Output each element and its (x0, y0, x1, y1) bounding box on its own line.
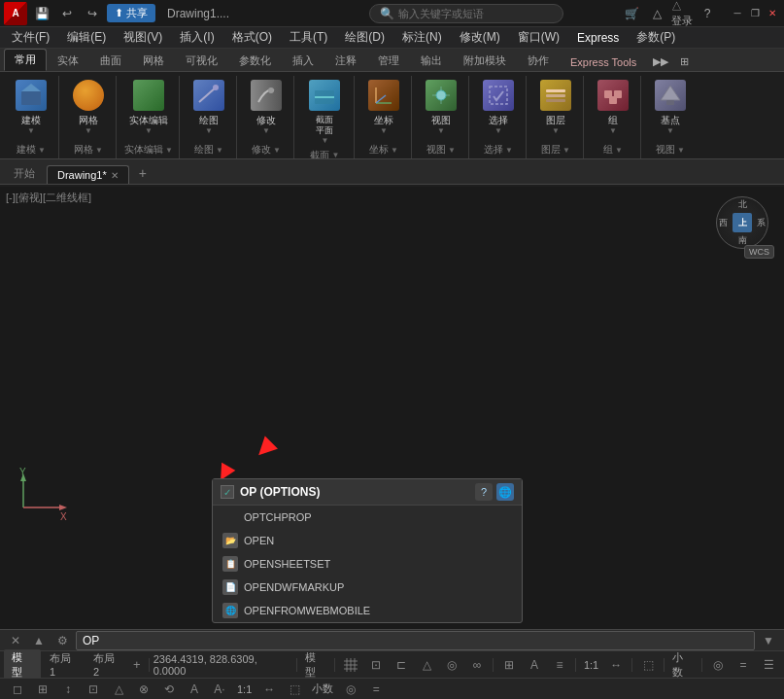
autocomplete-item-opensheetset[interactable]: 📋 OPENSHEETSET (213, 552, 522, 576)
menu-file[interactable]: 文件(F) (4, 27, 57, 48)
snap-button[interactable]: ⊡ (364, 654, 388, 676)
statusbar-icon1[interactable]: ◻ (6, 679, 29, 700)
mesh-button[interactable]: 网格 ▼ (67, 76, 110, 137)
status-tab-layout2[interactable]: 布局2 (85, 650, 128, 679)
cmdline-gear[interactable]: ⚙ (52, 631, 72, 650)
ortho-button[interactable]: ⊏ (390, 654, 413, 676)
autocomplete-item-optchprop[interactable]: OPTCHPROP (213, 506, 522, 529)
doc-tab-start[interactable]: 开始 (4, 163, 45, 184)
close-button[interactable]: ✕ (765, 6, 780, 21)
menu-tools[interactable]: 工具(T) (282, 27, 335, 48)
autocomplete-globe-icon[interactable]: 🌐 (496, 483, 514, 501)
tab-collab[interactable]: 协作 (517, 50, 560, 71)
redo-button[interactable]: ↪ (82, 3, 103, 24)
statusbar-icon2[interactable]: ⊞ (31, 679, 54, 700)
cmdline-input[interactable] (76, 631, 755, 650)
osnap-button[interactable]: ◎ (440, 654, 463, 676)
otrack-button[interactable]: ∞ (465, 654, 489, 676)
status-tab-model[interactable]: 模型 (4, 649, 41, 681)
statusbar-icon10[interactable]: ↔ (257, 679, 281, 700)
menu-params[interactable]: 参数(P) (629, 27, 683, 48)
autocomplete-item-opendwfmarkup[interactable]: 📄 OPENDWFMARKUP (213, 576, 522, 599)
restore-button[interactable]: ❐ (747, 6, 763, 21)
menu-view[interactable]: 视图(V) (116, 27, 170, 48)
statusbar-icon8[interactable]: A (183, 679, 206, 700)
menu-draw[interactable]: 绘图(D) (337, 27, 392, 48)
menu-window[interactable]: 窗口(W) (510, 27, 567, 48)
doc-tab-drawing1[interactable]: Drawing1* ✕ (47, 165, 129, 184)
status-tab-layout1[interactable]: 布局1 (42, 650, 85, 679)
doc-tab-drawing1-close[interactable]: ✕ (111, 170, 119, 181)
statusbar-icon11[interactable]: ⬚ (283, 679, 306, 700)
select-button[interactable]: 选择 ▼ (477, 76, 520, 137)
section-button[interactable]: 截面平面 ▼ (303, 76, 346, 147)
scale-button[interactable]: ↔ (604, 654, 628, 676)
help-button[interactable]: ? (697, 3, 718, 24)
cmdline-dropdown[interactable]: ▼ (759, 631, 778, 650)
menu-insert[interactable]: 插入(I) (172, 27, 222, 48)
statusbar-icon3[interactable]: ↕ (56, 679, 80, 700)
tab-more[interactable]: ▶▶ (647, 52, 674, 71)
statusbar-icon5[interactable]: △ (107, 679, 130, 700)
statusbar-icon13[interactable]: = (364, 679, 388, 700)
grid-button[interactable] (339, 654, 362, 676)
menu-express[interactable]: Express (569, 29, 627, 47)
tab-surface[interactable]: 曲面 (89, 50, 132, 71)
tab-common[interactable]: 常用 (4, 49, 47, 71)
doc-tab-add[interactable]: + (131, 162, 154, 184)
statusbar-icon6[interactable]: ⊗ (132, 679, 155, 700)
tab-addons[interactable]: 附加模块 (453, 50, 517, 71)
autocomplete-help-icon[interactable]: ? (475, 483, 493, 501)
menu-mark[interactable]: 标注(N) (394, 27, 450, 48)
ducs-button[interactable]: ⊞ (497, 654, 521, 676)
minimize-button[interactable]: ─ (730, 6, 745, 21)
anno-button[interactable]: ⬚ (636, 654, 660, 676)
tab-insert[interactable]: 插入 (282, 50, 324, 71)
view-button[interactable]: 视图 ▼ (420, 76, 462, 137)
sc-button[interactable]: = (732, 654, 755, 676)
group-button[interactable]: 组 ▼ (592, 76, 634, 137)
polar-button[interactable]: △ (415, 654, 438, 676)
tab-mesh[interactable]: 网格 (132, 50, 175, 71)
tab-visualize[interactable]: 可视化 (175, 50, 228, 71)
tab-parametric[interactable]: 参数化 (228, 50, 282, 71)
menu-format[interactable]: 格式(O) (224, 27, 280, 48)
base-button[interactable]: 基点 ▼ (649, 76, 692, 137)
tab-solid[interactable]: 实体 (47, 50, 89, 71)
dyn-button[interactable]: A (523, 654, 546, 676)
tab-express[interactable]: Express Tools (560, 52, 647, 71)
layer-button[interactable]: 图层 ▼ (534, 76, 577, 137)
cart-icon[interactable]: 🛒 (621, 3, 642, 24)
settings-button[interactable]: ☰ (757, 654, 780, 676)
tab-annotate[interactable]: 注释 (324, 50, 367, 71)
menu-edit[interactable]: 编辑(E) (59, 27, 114, 48)
autocomplete-checkbox[interactable]: ✓ (221, 485, 234, 499)
status-model[interactable]: 模型 (301, 650, 330, 680)
solid-edit-button[interactable]: 实体编辑 ▼ (127, 76, 170, 137)
save-button[interactable]: 💾 (31, 3, 52, 24)
panel-toggle[interactable]: ⊞ (674, 52, 695, 71)
share-button[interactable]: ⬆ 共享 (107, 4, 155, 22)
statusbar-icon7[interactable]: ⟲ (157, 679, 181, 700)
autocomplete-item-open[interactable]: 📂 OPEN (213, 529, 522, 552)
tab-manage[interactable]: 管理 (367, 50, 410, 71)
tab-output[interactable]: 输出 (410, 50, 453, 71)
lw-button[interactable]: ≡ (548, 654, 571, 676)
statusbar-icon9[interactable]: A· (208, 679, 231, 700)
modify-button[interactable]: 修改 ▼ (245, 76, 288, 137)
status-tab-add[interactable]: + (129, 656, 145, 673)
qs-button[interactable]: ◎ (706, 654, 730, 676)
search-bar[interactable]: 🔍 (369, 4, 563, 23)
cmdline-close[interactable]: ✕ (6, 631, 25, 650)
search-input[interactable] (398, 8, 544, 19)
draw-button[interactable]: 绘图 ▼ (187, 76, 230, 137)
coords-button[interactable]: 坐标 ▼ (362, 76, 405, 137)
user-icon[interactable]: △ (646, 3, 667, 24)
undo-button[interactable]: ↩ (56, 3, 78, 24)
login-button[interactable]: △ 登录 (671, 3, 693, 24)
menu-modify[interactable]: 修改(M) (452, 27, 508, 48)
statusbar-icon4[interactable]: ⊡ (82, 679, 105, 700)
statusbar-icon12[interactable]: ◎ (339, 679, 362, 700)
autocomplete-item-openfromwebmobile[interactable]: 🌐 OPENFROMWEBMOBILE (213, 599, 522, 622)
build-button[interactable]: 建模 ▼ (10, 76, 52, 137)
